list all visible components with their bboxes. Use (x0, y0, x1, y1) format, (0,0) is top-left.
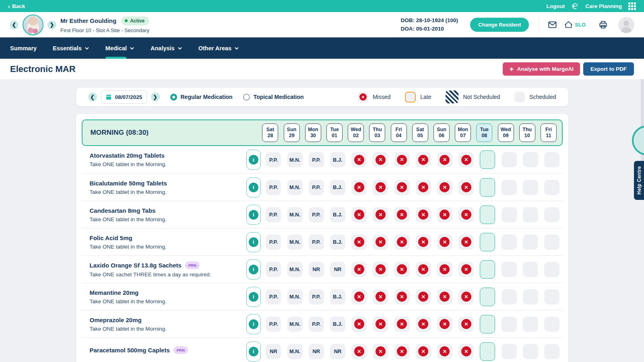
mar-cell-today[interactable] (480, 206, 495, 224)
mar-cell-scheduled[interactable] (502, 317, 517, 332)
next-date-button[interactable]: ❯ (151, 93, 160, 101)
mar-cell-missed[interactable]: ✕ (351, 262, 367, 277)
mar-cell-scheduled[interactable] (544, 234, 559, 250)
mar-cell-initials[interactable]: B.J. (330, 234, 345, 250)
mar-cell-missed[interactable]: ✕ (351, 207, 367, 222)
mar-cell-missed[interactable]: ✕ (458, 262, 474, 277)
mar-cell-scheduled[interactable] (544, 152, 559, 167)
user-avatar[interactable] (618, 17, 634, 33)
mar-cell-missed[interactable]: ✕ (394, 344, 410, 359)
day-chip-sun-29[interactable]: Sun29 (284, 123, 300, 142)
mar-cell-initials[interactable]: M.N. (287, 262, 303, 277)
mar-cell-today[interactable] (480, 178, 495, 197)
mar-cell-missed[interactable]: ✕ (437, 152, 452, 167)
mar-cell-scheduled[interactable] (523, 234, 538, 250)
nav-item-analysis[interactable]: Analysis (151, 37, 182, 59)
nav-item-essentials[interactable]: Essentials (53, 37, 89, 59)
mar-cell-scheduled[interactable] (544, 289, 559, 304)
mar-cell-missed[interactable]: ✕ (416, 317, 431, 332)
mar-cell-missed[interactable]: ✕ (394, 317, 410, 332)
mar-cell-today[interactable] (480, 342, 495, 361)
day-chip-tue-08[interactable]: Tue08 (476, 123, 492, 142)
logout-button[interactable]: Logout (546, 3, 565, 9)
mar-cell-initials[interactable]: P.P. (266, 289, 281, 304)
mar-cell-scheduled[interactable] (544, 207, 559, 222)
day-chip-thu-03[interactable]: Thu03 (369, 123, 385, 142)
medication-info-button[interactable]: i (246, 287, 261, 307)
mar-cell-missed[interactable]: ✕ (416, 262, 431, 277)
nav-item-summary[interactable]: Summary (10, 37, 37, 59)
mar-cell-initials[interactable]: NR (266, 344, 281, 359)
mar-cell-missed[interactable]: ✕ (373, 262, 388, 277)
regular-medication-radio[interactable]: Regular Medication (170, 94, 233, 101)
previous-resident-button[interactable]: ❮ (10, 21, 19, 29)
mar-cell-missed[interactable]: ✕ (373, 152, 388, 167)
mar-cell-initials[interactable]: P.P. (266, 207, 281, 222)
mar-cell-scheduled[interactable] (502, 262, 517, 277)
mar-cell-missed[interactable]: ✕ (458, 344, 474, 359)
mar-cell-scheduled[interactable] (502, 344, 517, 359)
mar-cell-initials[interactable]: P.P. (266, 317, 281, 332)
mar-cell-initials[interactable]: M.N. (287, 180, 303, 195)
mar-cell-scheduled[interactable] (523, 207, 538, 222)
mar-cell-initials[interactable]: P.P. (309, 234, 324, 250)
day-chip-mon-07[interactable]: Mon07 (455, 123, 471, 142)
mar-cell-missed[interactable]: ✕ (351, 152, 367, 167)
mar-cell-missed[interactable]: ✕ (416, 289, 431, 304)
mar-cell-missed[interactable]: ✕ (437, 289, 452, 304)
print-icon[interactable] (599, 20, 608, 29)
day-chip-fri-11[interactable]: Fri11 (541, 123, 557, 142)
topical-medication-radio[interactable]: Topical Medication (243, 94, 304, 101)
medication-info-button[interactable]: i (246, 259, 261, 280)
mar-cell-missed[interactable]: ✕ (458, 234, 474, 250)
mar-cell-initials[interactable]: P.P. (266, 262, 281, 277)
mar-cell-scheduled[interactable] (523, 344, 538, 359)
mar-cell-scheduled[interactable] (544, 262, 559, 277)
mar-cell-today[interactable] (480, 233, 495, 251)
mar-cell-missed[interactable]: ✕ (416, 344, 431, 359)
mar-cell-initials[interactable]: B.J. (330, 289, 345, 304)
mar-cell-initials[interactable]: B.J. (330, 180, 345, 195)
mar-cell-initials[interactable]: P.P. (309, 152, 324, 167)
day-chip-mon-30[interactable]: Mon30 (305, 123, 321, 142)
next-resident-button[interactable]: ❯ (47, 21, 56, 29)
mar-cell-today[interactable] (480, 315, 495, 333)
back-button[interactable]: ‹ Back (8, 3, 25, 9)
previous-date-button[interactable]: ❮ (88, 93, 97, 101)
mar-cell-missed[interactable]: ✕ (416, 207, 431, 222)
mar-cell-initials[interactable]: M.N. (287, 317, 303, 332)
mar-cell-initials[interactable]: M.N. (287, 344, 303, 359)
mar-cell-missed[interactable]: ✕ (416, 234, 431, 250)
change-resident-button[interactable]: Change Resident (470, 18, 529, 32)
mar-cell-missed[interactable]: ✕ (351, 234, 367, 250)
day-chip-wed-02[interactable]: Wed02 (348, 123, 364, 142)
mar-cell-scheduled[interactable] (502, 289, 517, 304)
mar-cell-missed[interactable]: ✕ (394, 262, 410, 277)
medication-info-button[interactable]: i (246, 177, 261, 197)
mar-cell-scheduled[interactable] (523, 289, 538, 304)
mail-icon[interactable] (548, 20, 557, 29)
mar-cell-initials[interactable]: P.P. (266, 152, 281, 167)
mar-cell-missed[interactable]: ✕ (394, 289, 410, 304)
mar-cell-initials[interactable]: M.N. (287, 152, 303, 167)
mar-cell-scheduled[interactable] (523, 317, 538, 332)
mar-cell-missed[interactable]: ✕ (394, 207, 410, 222)
logout-icon[interactable] (571, 2, 579, 10)
mar-cell-scheduled[interactable] (502, 234, 517, 250)
mar-cell-initials[interactable]: NR (330, 262, 345, 277)
mar-cell-initials[interactable]: P.P. (266, 180, 281, 195)
mar-cell-missed[interactable]: ✕ (437, 262, 452, 277)
mar-cell-missed[interactable]: ✕ (458, 317, 474, 332)
mar-cell-initials[interactable]: NR (330, 344, 345, 359)
slo-home-link[interactable]: SLO (564, 21, 586, 29)
mar-cell-initials[interactable]: NR (309, 344, 324, 359)
mar-cell-missed[interactable]: ✕ (416, 180, 431, 195)
medication-info-button[interactable]: i (246, 341, 261, 362)
export-to-pdf-button[interactable]: Export to PDF (583, 62, 634, 76)
mar-cell-today[interactable] (480, 288, 495, 306)
mar-cell-scheduled[interactable] (502, 207, 517, 222)
mar-cell-missed[interactable]: ✕ (394, 180, 410, 195)
mar-cell-missed[interactable]: ✕ (373, 180, 388, 195)
mar-cell-scheduled[interactable] (502, 152, 517, 167)
mar-cell-initials[interactable]: P.P. (266, 234, 281, 250)
